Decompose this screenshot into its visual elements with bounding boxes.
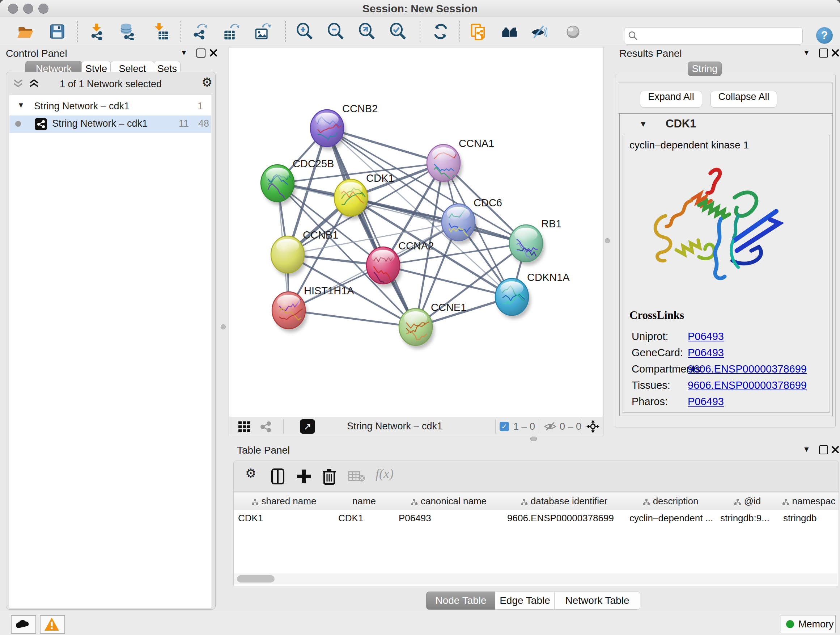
collapse-all-button[interactable]: Collapse All — [711, 91, 777, 108]
node-label-CDKN1A: CDKN1A — [527, 272, 570, 283]
crosslink-value-link[interactable]: P06493 — [688, 331, 724, 342]
cloud-button[interactable] — [11, 615, 36, 634]
export-table-icon[interactable] — [223, 23, 240, 40]
zoom-in-icon[interactable] — [296, 23, 313, 40]
scrollbar-thumb[interactable] — [237, 575, 275, 583]
grid-view-icon[interactable] — [238, 421, 251, 432]
column-header-id[interactable]: @id — [716, 492, 779, 510]
section-collapse-icon[interactable]: ▼ — [639, 119, 647, 129]
control-panel-float-icon[interactable] — [196, 49, 205, 57]
copy-style-icon[interactable] — [470, 23, 487, 40]
zoom-selected-icon[interactable] — [389, 23, 407, 40]
vertical-splitter-handle-right[interactable] — [605, 238, 610, 243]
table-panel-collapse-icon[interactable]: ▼ — [803, 445, 810, 454]
horizontal-splitter-handle[interactable] — [531, 437, 537, 441]
cell-shared-name[interactable]: CDK1 — [234, 510, 334, 526]
crosslink-value-link[interactable]: P06493 — [688, 396, 724, 408]
network-row-selected[interactable]: String Network – cdk1 11 48 — [9, 116, 211, 133]
show-all-eye-icon[interactable] — [564, 23, 582, 40]
home-icon[interactable] — [501, 23, 519, 40]
memory-button[interactable]: Memory — [781, 615, 836, 633]
export-image-icon[interactable] — [254, 23, 271, 40]
cell-canonical-name[interactable]: P06493 — [394, 510, 503, 526]
zoom-out-icon[interactable] — [327, 23, 344, 40]
refresh-icon[interactable] — [432, 23, 449, 40]
warning-button[interactable] — [40, 615, 65, 634]
tab-string-results[interactable]: String — [688, 62, 722, 76]
delete-table-icon[interactable] — [348, 471, 365, 483]
tab-network-table[interactable]: Network Table — [554, 592, 640, 610]
crosslink-value-link[interactable]: 9606.ENSP00000378699 — [688, 379, 807, 391]
network-node-CCNE1[interactable]: CCNE1 — [399, 302, 466, 349]
cell-namespace[interactable]: stringdb — [779, 510, 840, 526]
column-header-name[interactable]: name — [334, 492, 395, 510]
open-session-icon[interactable] — [17, 23, 34, 40]
network-node-CCNB1[interactable]: CCNB1 — [271, 229, 338, 277]
delete-column-icon[interactable] — [322, 468, 336, 486]
cell-description[interactable]: cyclin–dependent ... — [625, 510, 716, 526]
table-panel-float-icon[interactable] — [819, 445, 828, 454]
table-options-gear-icon[interactable]: ⚙ — [245, 466, 256, 480]
results-panel-float-icon[interactable] — [819, 49, 828, 57]
gene-details: cyclin–dependent kinase 1 CrossLinks — [622, 135, 829, 413]
network-node-CDC6[interactable]: CDC6 — [442, 197, 502, 244]
search-input[interactable] — [640, 29, 797, 42]
results-panel-collapse-icon[interactable]: ▼ — [803, 48, 810, 57]
share-view-icon[interactable] — [259, 421, 272, 433]
network-node-HIST1H1A[interactable]: HIST1H1A — [272, 285, 354, 333]
control-panel-close-icon[interactable] — [209, 49, 218, 57]
expand-all-button[interactable]: Expand All — [640, 91, 702, 108]
function-builder-icon[interactable]: f(x) — [376, 466, 393, 481]
column-header-database-identifier[interactable]: database identifier — [503, 492, 625, 510]
cell-database-identifier[interactable]: 9606.ENSP00000378699 — [503, 510, 625, 526]
import-network-file-icon[interactable] — [88, 23, 106, 40]
network-node-RB1[interactable]: RB1 — [509, 218, 561, 265]
pan-crosshair-icon[interactable] — [586, 419, 600, 434]
crosslink-value-link[interactable]: P06493 — [688, 347, 724, 359]
import-table-icon[interactable] — [152, 23, 170, 40]
create-column-icon[interactable] — [296, 468, 312, 485]
hide-selected-eye-icon[interactable] — [530, 23, 547, 40]
network-node-CCNA1[interactable]: CCNA1 — [427, 138, 494, 185]
node-label-RB1: RB1 — [541, 218, 561, 230]
crosslink-label: Uniprot: — [632, 331, 668, 342]
crosslink-row: Tissues: 9606.ENSP00000378699 — [632, 379, 827, 396]
network-edge[interactable] — [289, 310, 416, 327]
import-network-database-icon[interactable] — [118, 23, 136, 40]
selected-checkbox[interactable]: ✓ — [500, 422, 509, 431]
node-label-CDC25B: CDC25B — [293, 158, 334, 169]
results-panel-close-icon[interactable] — [831, 49, 840, 57]
crosslink-value-link[interactable]: 9606.ENSP00000378699 — [688, 363, 807, 375]
network-canvas[interactable]: CCNB2CCNA1CDC25BCDK1CDC6RB1CCNB1CCNA2CDK… — [229, 48, 603, 417]
selected-count: 1 – 0 — [513, 421, 535, 432]
cell-name[interactable]: CDK1 — [334, 510, 394, 526]
control-panel-collapse-icon[interactable]: ▼ — [180, 48, 188, 57]
network-edge[interactable] — [327, 128, 416, 327]
column-header-canonical-name[interactable]: canonical name — [394, 492, 503, 510]
vertical-splitter-handle[interactable] — [221, 325, 226, 329]
table-panel-title: Table Panel — [237, 445, 290, 456]
tree-expand-icon[interactable]: ▼ — [17, 101, 25, 109]
network-collection-label: String Network – cdk1 — [34, 101, 129, 112]
column-header-shared-name[interactable]: shared name — [234, 492, 334, 510]
network-collection-row[interactable]: ▼ String Network – cdk1 1 — [9, 98, 211, 116]
column-header-description[interactable]: description — [625, 492, 716, 510]
tab-edge-table[interactable]: Edge Table — [495, 592, 555, 610]
tab-node-table[interactable]: Node Table — [426, 592, 496, 610]
title-bar: Session: New Session — [0, 0, 840, 17]
show-columns-icon[interactable] — [270, 468, 286, 485]
export-network-icon[interactable] — [191, 23, 209, 40]
table-panel-close-icon[interactable] — [831, 445, 840, 454]
horizontal-scrollbar[interactable] — [234, 573, 837, 584]
crosslinks-section: CrossLinks — [630, 309, 684, 322]
column-header-namespace[interactable]: namespac — [779, 492, 838, 510]
node-label-CDK1: CDK1 — [366, 172, 394, 184]
zoom-fit-icon[interactable] — [358, 23, 376, 40]
birds-eye-view-icon[interactable]: ↗ — [300, 419, 315, 434]
network-options-gear-icon[interactable]: ⚙ — [202, 75, 212, 89]
help-icon[interactable]: ? — [816, 27, 833, 44]
cell-id[interactable]: stringdb:9... — [716, 510, 779, 526]
network-node-CDKN1A[interactable]: CDKN1A — [495, 272, 570, 319]
gene-section-header[interactable]: ▼ CDK1 — [621, 114, 832, 135]
save-session-icon[interactable] — [49, 23, 66, 40]
